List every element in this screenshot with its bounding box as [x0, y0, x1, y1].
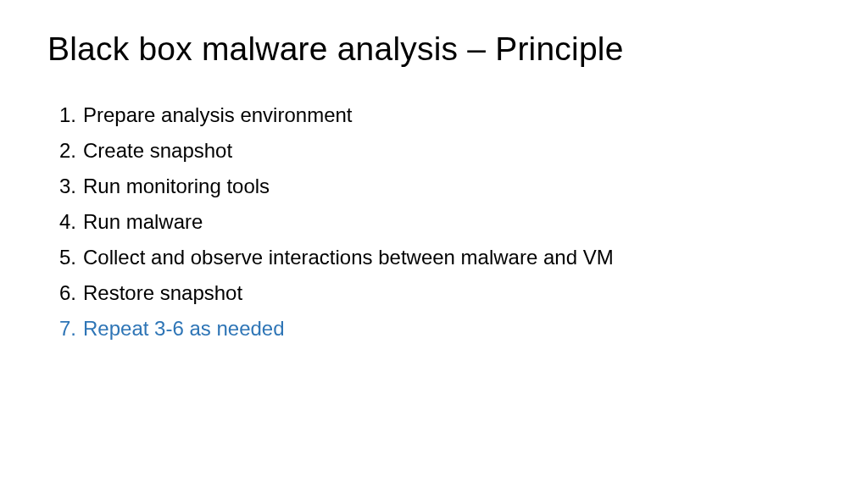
list-item: Create snapshot: [47, 136, 821, 166]
list-item: Restore snapshot: [47, 278, 821, 308]
list-item: Run malware: [47, 207, 821, 237]
list-item: Collect and observe interactions between…: [47, 242, 821, 273]
slide-title: Black box malware analysis – Principle: [47, 30, 821, 68]
list-item: Run monitoring tools: [47, 171, 821, 202]
list-item: Prepare analysis environment: [47, 100, 821, 130]
list-item: Repeat 3-6 as needed: [47, 313, 821, 344]
principle-list: Prepare analysis environment Create snap…: [47, 100, 821, 344]
